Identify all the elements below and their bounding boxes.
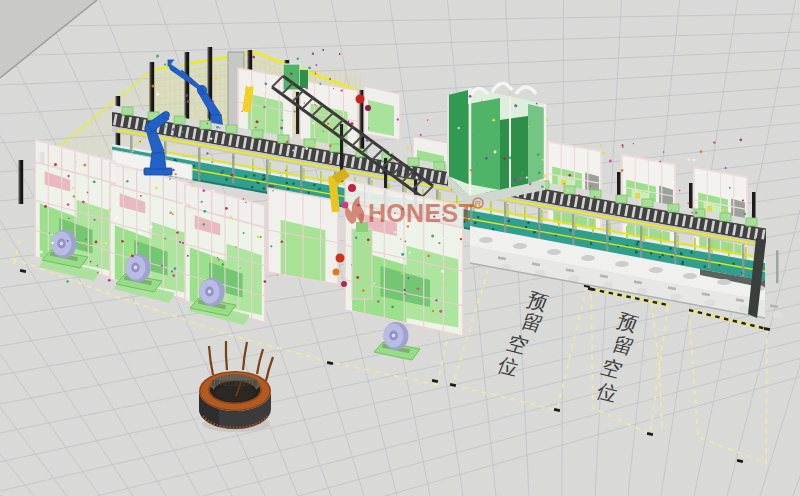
svg-text:R: R: [475, 199, 482, 209]
svg-text:HONEST: HONEST: [368, 199, 474, 227]
